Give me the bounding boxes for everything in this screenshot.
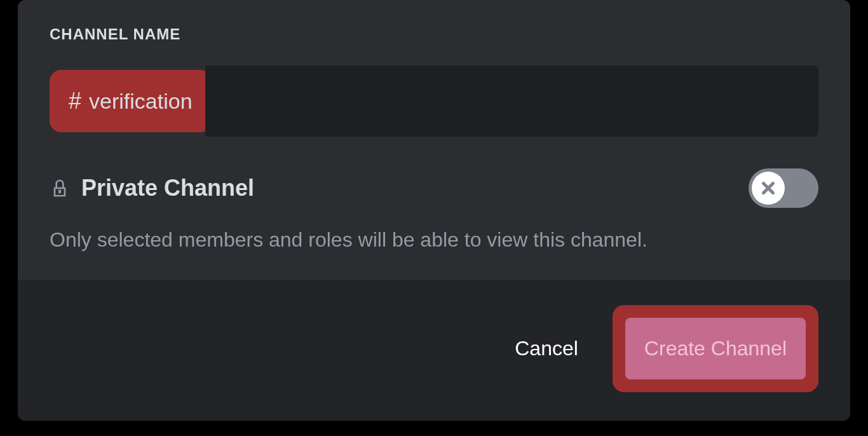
svg-rect-0 [58,190,61,193]
modal-body: CHANNEL NAME # verification Private Chan… [18,0,850,280]
private-channel-description: Only selected members and roles will be … [50,226,818,254]
channel-name-input-row: # verification [50,65,818,137]
private-channel-label-group: Private Channel [50,175,254,201]
create-channel-button[interactable]: Create Channel [625,318,806,379]
channel-name-value[interactable]: verification [89,89,193,114]
channel-name-highlight: # verification [50,70,212,132]
modal-footer: Cancel Create Channel [18,280,850,421]
private-channel-section: Private Channel Only selected members an… [50,168,818,254]
close-icon [759,179,778,198]
hash-icon: # [69,88,81,114]
create-button-highlight: Create Channel [613,305,818,392]
private-channel-label: Private Channel [81,175,254,201]
lock-icon [50,177,70,200]
cancel-button[interactable]: Cancel [499,329,593,368]
private-channel-toggle[interactable] [749,168,818,208]
channel-name-label: CHANNEL NAME [50,25,818,43]
toggle-knob [752,172,785,205]
private-channel-header: Private Channel [50,168,818,208]
create-channel-modal: CHANNEL NAME # verification Private Chan… [18,0,850,421]
channel-name-input[interactable] [205,65,818,137]
